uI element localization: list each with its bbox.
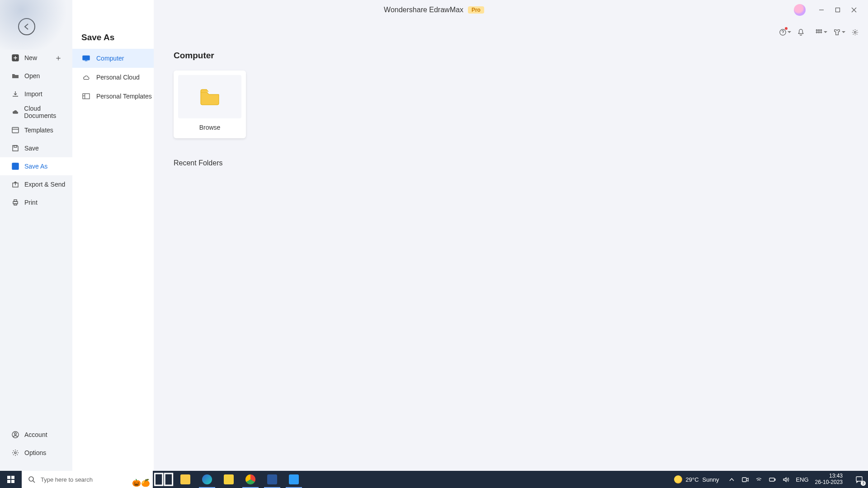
taskbar: Type here to search 🎃🍊 29°C Sunny ENG 13…: [0, 471, 868, 488]
svg-point-3: [818, 29, 820, 31]
save-icon: [12, 145, 19, 152]
saveas-personal-templates[interactable]: Personal Templates: [72, 87, 154, 106]
chrome-app[interactable]: [240, 471, 261, 488]
tray-chevron-up-icon[interactable]: [728, 476, 735, 483]
main-heading: Computer: [174, 51, 848, 61]
tray-meet-now-icon[interactable]: [741, 476, 749, 483]
nav-save-as[interactable]: Save As: [0, 157, 72, 175]
nav-label: Account: [24, 431, 47, 438]
panel-title: Save As: [72, 0, 154, 49]
nav-label: Import: [24, 90, 42, 98]
recent-folders-heading: Recent Folders: [174, 159, 848, 167]
svg-point-6: [818, 32, 820, 33]
mid-label: Computer: [96, 55, 124, 62]
nav-export-send[interactable]: Export & Send: [0, 175, 72, 193]
start-button[interactable]: [0, 471, 22, 488]
nav-left: New ＋ Open Import Cloud Documents Templa…: [0, 0, 72, 471]
weather-cond: Sunny: [703, 476, 719, 483]
sticky-notes-app[interactable]: [218, 471, 240, 488]
back-button[interactable]: [18, 18, 35, 35]
svg-point-7: [820, 32, 821, 33]
svg-rect-26: [11, 480, 14, 483]
nav-items: New ＋ Open Import Cloud Documents Templa…: [0, 49, 72, 471]
nav-open[interactable]: Open: [0, 67, 72, 85]
nav-label: Cloud Documents: [24, 105, 72, 119]
monitor-icon: [82, 55, 90, 61]
svg-rect-31: [769, 478, 774, 481]
svg-point-19: [14, 433, 16, 435]
windows-icon: [7, 476, 14, 483]
weather-temp: 29°C: [686, 476, 699, 483]
maximize-button[interactable]: [835, 7, 841, 13]
nav-cloud-documents[interactable]: Cloud Documents: [0, 103, 72, 121]
svg-rect-11: [14, 145, 17, 147]
help-icon[interactable]: [778, 28, 787, 36]
svg-rect-15: [13, 202, 18, 204]
browse-tile[interactable]: Browse: [174, 70, 246, 138]
task-view-icon: [153, 469, 175, 488]
nav-label: Print: [24, 199, 38, 206]
tray-volume-icon[interactable]: [782, 476, 789, 483]
minimize-button[interactable]: [818, 7, 825, 13]
tray-battery-icon[interactable]: [769, 476, 776, 483]
notification-dot-icon: [785, 27, 788, 30]
nav-account[interactable]: Account: [0, 426, 72, 444]
user-circle-icon: [12, 431, 19, 438]
plus-icon[interactable]: ＋: [54, 52, 62, 63]
nav-options[interactable]: Options: [0, 444, 72, 462]
sun-icon: [674, 475, 682, 483]
pro-badge: Pro: [468, 6, 484, 14]
svg-rect-22: [83, 94, 90, 99]
print-icon: [12, 199, 19, 206]
action-center-button[interactable]: 3: [854, 474, 864, 485]
svg-rect-29: [165, 474, 172, 485]
nav-label: Open: [24, 72, 40, 80]
apps-grid-icon[interactable]: [815, 28, 823, 36]
tray-clock[interactable]: 13:43 26-10-2023: [815, 473, 843, 486]
svg-rect-33: [856, 477, 862, 481]
svg-point-4: [820, 29, 821, 31]
edrawmax-icon: [289, 474, 299, 484]
browse-thumb: [178, 75, 241, 118]
tray-wifi-icon[interactable]: [755, 476, 762, 483]
task-view-button[interactable]: [153, 471, 175, 488]
settings-icon[interactable]: [851, 28, 859, 36]
plus-square-icon: [12, 54, 19, 61]
nav-new[interactable]: New ＋: [0, 49, 72, 67]
theme-icon[interactable]: [833, 28, 841, 36]
tray-language[interactable]: ENG: [796, 476, 808, 483]
nav-templates[interactable]: Templates: [0, 121, 72, 139]
export-icon: [12, 181, 19, 188]
mid-label: Personal Cloud: [96, 74, 140, 81]
svg-rect-10: [12, 127, 19, 133]
nav-label: New: [24, 54, 37, 61]
close-button[interactable]: [851, 7, 857, 13]
search-icon: [28, 476, 35, 483]
svg-rect-28: [155, 474, 162, 485]
svg-rect-17: [14, 204, 17, 205]
word-app[interactable]: [261, 471, 283, 488]
bell-icon[interactable]: [797, 28, 805, 36]
nav-print[interactable]: Print: [0, 193, 72, 211]
edrawmax-app[interactable]: [283, 471, 305, 488]
avatar[interactable]: [794, 4, 806, 16]
saveas-computer[interactable]: Computer: [72, 49, 154, 68]
nav-save[interactable]: Save: [0, 139, 72, 157]
weather-widget[interactable]: 29°C Sunny: [674, 475, 719, 483]
svg-point-5: [816, 32, 817, 33]
edge-app[interactable]: [196, 471, 218, 488]
svg-rect-0: [836, 8, 840, 12]
nav-import[interactable]: Import: [0, 85, 72, 103]
svg-rect-23: [7, 476, 10, 479]
taskbar-tray: 29°C Sunny ENG 13:43 26-10-2023 3: [674, 471, 868, 488]
tray-date: 26-10-2023: [815, 479, 843, 486]
search-placeholder: Type here to search: [41, 476, 93, 483]
svg-rect-25: [7, 480, 10, 483]
nav-bottom: Account Options: [0, 421, 72, 471]
taskbar-search[interactable]: Type here to search 🎃🍊: [22, 471, 153, 488]
svg-rect-30: [742, 478, 746, 482]
file-explorer-app针# data-interactable=: [175, 471, 196, 488]
saveas-personal-cloud[interactable]: Personal Cloud: [72, 68, 154, 87]
svg-point-27: [29, 477, 33, 481]
templates-icon: [12, 127, 19, 134]
